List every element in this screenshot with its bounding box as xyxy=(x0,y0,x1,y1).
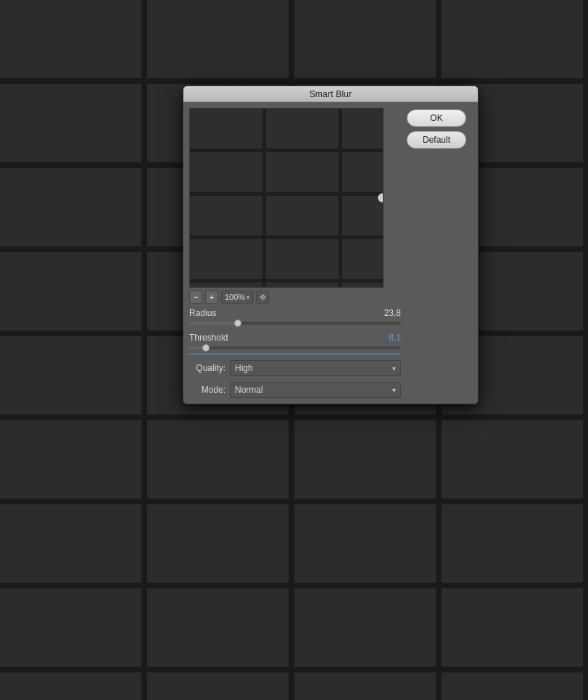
dialog-title: Smart Blur xyxy=(310,89,352,99)
radius-slider-fill xyxy=(189,322,238,325)
dialog-titlebar: Smart Blur xyxy=(183,86,478,102)
default-button[interactable]: Default xyxy=(407,131,466,149)
threshold-control: Threshold 8,1 xyxy=(189,333,401,354)
controls-panel: Radius 23,8 Threshold 8,1 xyxy=(189,308,401,398)
quality-select[interactable]: High ▾ xyxy=(230,360,401,376)
radius-slider-thumb[interactable] xyxy=(234,320,241,327)
right-panel: OK Default xyxy=(407,108,472,398)
preview-scroll-dot[interactable] xyxy=(378,193,384,203)
zoom-out-button[interactable]: − xyxy=(189,291,202,304)
radius-slider[interactable] xyxy=(189,322,401,325)
mode-label: Mode: xyxy=(189,385,225,395)
threshold-slider[interactable] xyxy=(189,346,401,349)
threshold-slider-thumb[interactable] xyxy=(202,344,210,351)
radius-label: Radius xyxy=(189,308,216,318)
smart-blur-dialog: Smart Blur − + 100% ▾ xyxy=(183,86,479,404)
threshold-value: 8,1 xyxy=(372,333,401,343)
zoom-select[interactable]: 100% ▾ xyxy=(221,291,253,304)
preview-area[interactable] xyxy=(189,108,384,288)
quality-row: Quality: High ▾ xyxy=(189,360,401,376)
preview-toolbar: − + 100% ▾ ✥ xyxy=(189,288,401,308)
hand-icon: ✥ xyxy=(260,293,266,302)
mode-select[interactable]: Normal ▾ xyxy=(230,382,401,398)
quality-arrow: ▾ xyxy=(392,364,396,372)
mode-value: Normal xyxy=(235,385,263,395)
quality-value: High xyxy=(235,363,253,373)
radius-value: 23,8 xyxy=(372,308,401,318)
threshold-label: Threshold xyxy=(189,333,228,343)
zoom-in-button[interactable]: + xyxy=(205,291,218,304)
left-panel: − + 100% ▾ ✥ Radius 2 xyxy=(189,108,401,398)
quality-label: Quality: xyxy=(189,363,225,373)
threshold-underline xyxy=(189,354,401,354)
radius-header: Radius 23,8 xyxy=(189,308,401,318)
threshold-header: Threshold 8,1 xyxy=(189,333,401,343)
mode-row: Mode: Normal ▾ xyxy=(189,382,401,398)
preview-image xyxy=(190,109,383,287)
zoom-value: 100% xyxy=(225,293,245,301)
dialog-body: − + 100% ▾ ✥ Radius 2 xyxy=(183,102,478,404)
mode-arrow: ▾ xyxy=(392,386,396,394)
hand-tool-button[interactable]: ✥ xyxy=(256,291,269,304)
ok-button[interactable]: OK xyxy=(407,109,466,127)
zoom-arrow: ▾ xyxy=(247,294,249,301)
radius-control: Radius 23,8 xyxy=(189,308,401,327)
